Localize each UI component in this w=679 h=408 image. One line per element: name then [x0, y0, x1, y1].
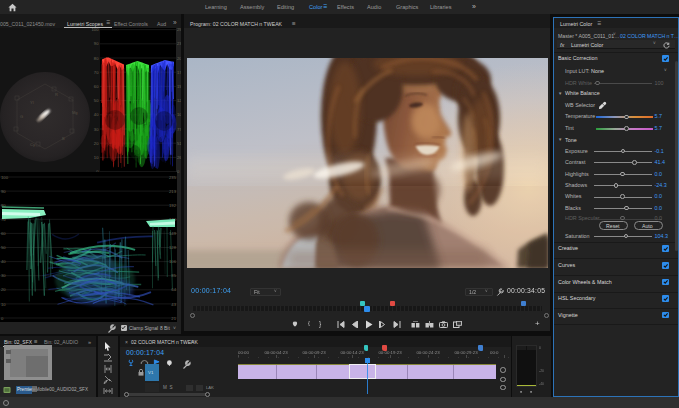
svg-text:255: 255 — [177, 27, 181, 32]
svg-text:90: 90 — [1, 189, 6, 194]
svg-text:106: 106 — [169, 259, 177, 264]
svg-text:Yl: Yl — [30, 100, 34, 105]
svg-text:102: 102 — [177, 112, 181, 117]
svg-text:153: 153 — [177, 84, 181, 89]
svg-text:G: G — [20, 114, 23, 119]
svg-text:178: 178 — [177, 70, 181, 75]
svg-text:Cy: Cy — [30, 142, 35, 147]
svg-text:10: 10 — [94, 155, 99, 160]
svg-text:128: 128 — [169, 245, 177, 250]
svg-text:70: 70 — [94, 70, 99, 75]
svg-text:30: 30 — [1, 273, 6, 278]
svg-text:60: 60 — [94, 84, 99, 89]
svg-text:149: 149 — [169, 231, 177, 236]
svg-text:90: 90 — [94, 41, 99, 46]
svg-text:43: 43 — [171, 302, 176, 307]
svg-text:60: 60 — [1, 231, 6, 236]
svg-text:51: 51 — [177, 141, 181, 146]
svg-text:100: 100 — [92, 27, 100, 32]
svg-text:40: 40 — [1, 259, 6, 264]
svg-text:26: 26 — [177, 155, 181, 160]
svg-text:235: 235 — [169, 175, 177, 180]
svg-text:20: 20 — [1, 287, 6, 292]
svg-text:40: 40 — [94, 112, 99, 117]
svg-text:204: 204 — [177, 56, 181, 61]
svg-text:R: R — [55, 92, 58, 97]
svg-text:50: 50 — [1, 245, 6, 250]
svg-text:230: 230 — [177, 41, 181, 46]
svg-text:21: 21 — [171, 316, 176, 321]
svg-text:77: 77 — [177, 127, 181, 132]
svg-text:100: 100 — [1, 175, 9, 180]
svg-text:20: 20 — [94, 141, 99, 146]
svg-text:213: 213 — [169, 189, 177, 194]
svg-text:10: 10 — [1, 302, 6, 307]
svg-text:80: 80 — [94, 56, 99, 61]
svg-text:192: 192 — [169, 203, 177, 208]
svg-text:30: 30 — [94, 127, 99, 132]
svg-text:50: 50 — [94, 98, 99, 103]
svg-text:Mg: Mg — [72, 110, 78, 115]
svg-text:B: B — [62, 136, 65, 141]
svg-text:128: 128 — [177, 98, 181, 103]
